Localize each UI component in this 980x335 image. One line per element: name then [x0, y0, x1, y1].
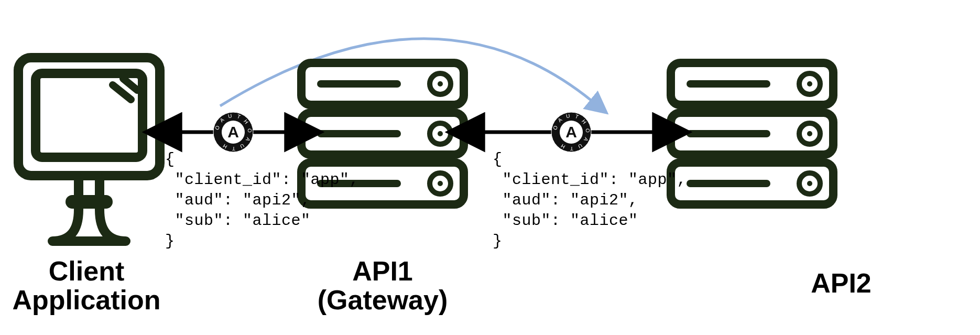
- svg-rect-10: [317, 130, 401, 137]
- api1-label: API1(Gateway): [286, 257, 480, 314]
- svg-point-30: [213, 112, 253, 152]
- token-payload-1: { "client_id": "app", "aud": "api2", "su…: [165, 149, 359, 252]
- t2-aud: api2: [580, 191, 619, 209]
- oauth-badge-2: O A U T H O A U T H A: [551, 112, 591, 152]
- svg-point-34: [551, 112, 591, 152]
- svg-point-24: [807, 131, 812, 136]
- passthrough-arc: [220, 39, 592, 106]
- svg-rect-0: [18, 58, 160, 176]
- svg-point-12: [438, 131, 443, 136]
- svg-line-4: [123, 79, 137, 90]
- svg-rect-6: [317, 80, 401, 88]
- t2-client-id: app: [638, 171, 668, 189]
- t1-aud: api2: [253, 191, 291, 209]
- svg-point-37: [560, 121, 583, 144]
- client-icon: [18, 58, 160, 241]
- svg-rect-9: [301, 113, 464, 155]
- svg-rect-1: [36, 73, 143, 157]
- svg-text:O A U T H   O A U T H: O A U T H O A U T H: [214, 113, 253, 152]
- svg-point-19: [799, 73, 820, 94]
- svg-line-3: [113, 85, 131, 100]
- api2-label: API2: [755, 267, 928, 299]
- client-label-text: Client Application: [12, 256, 160, 315]
- svg-text:A: A: [227, 123, 239, 141]
- svg-rect-5: [301, 63, 464, 105]
- svg-point-28: [807, 181, 812, 186]
- svg-rect-17: [671, 63, 833, 105]
- svg-point-16: [438, 181, 443, 186]
- svg-rect-21: [671, 113, 833, 155]
- svg-point-35: [551, 112, 591, 152]
- svg-point-15: [430, 173, 451, 194]
- t1-client-id: app: [311, 171, 340, 189]
- svg-point-11: [430, 123, 451, 144]
- svg-rect-22: [687, 130, 770, 137]
- token-payload-2: { "client_id": "app", "aud": "api2", "su…: [493, 149, 687, 252]
- svg-point-23: [799, 123, 820, 144]
- oauth-badge-1: O A U T H O A U T H A: [213, 112, 253, 152]
- svg-point-29: [213, 112, 253, 152]
- svg-rect-25: [671, 163, 833, 204]
- svg-rect-26: [687, 180, 770, 187]
- svg-point-20: [807, 81, 812, 87]
- t2-sub: alice: [580, 212, 629, 230]
- svg-rect-18: [687, 80, 770, 88]
- api1-label-text: API1(Gateway): [318, 256, 448, 315]
- t1-sub: alice: [253, 212, 301, 230]
- server-stack-api2: [671, 63, 833, 204]
- svg-point-7: [430, 73, 451, 94]
- client-label: Client Application: [0, 257, 173, 314]
- diagram-stage: O A U T H O A U T H A O A U T H O A U T …: [0, 0, 980, 335]
- svg-point-8: [438, 81, 443, 87]
- svg-point-32: [222, 121, 245, 144]
- svg-text:O A U T H   O A U T H: O A U T H O A U T H: [552, 113, 591, 152]
- api2-label-text: API2: [811, 268, 872, 298]
- svg-rect-2: [66, 195, 113, 209]
- svg-point-27: [799, 173, 820, 194]
- svg-text:A: A: [565, 123, 577, 141]
